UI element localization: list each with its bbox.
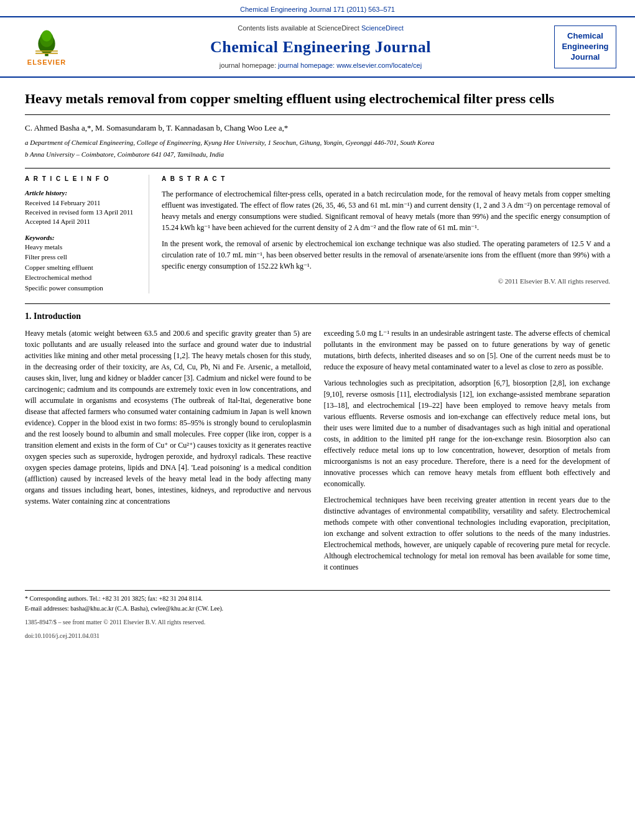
homepage-line: journal homepage: journal homepage: www.… <box>87 61 554 70</box>
sciencedirect-line: Contents lists available at ScienceDirec… <box>87 24 554 33</box>
right-column: A B S T R A C T The performance of elect… <box>162 175 610 293</box>
accepted-date: Accepted 14 April 2011 <box>25 217 139 226</box>
elsevier-brand-text: ELSEVIER <box>27 58 66 67</box>
section1-heading: 1. Introduction <box>25 310 610 323</box>
top-bar: Chemical Engineering Journal 171 (2011) … <box>0 0 635 17</box>
revised-date: Received in revised form 13 April 2011 <box>25 208 139 217</box>
keyword-3: Copper smelting effluent <box>25 263 139 272</box>
keyword-1: Heavy metals <box>25 242 139 252</box>
history-label: Article history: <box>25 188 139 198</box>
doi-line: doi:10.1016/j.cej.2011.04.031 <box>25 632 610 640</box>
journal-center: Contents lists available at ScienceDirec… <box>87 24 554 70</box>
svg-rect-5 <box>35 53 58 54</box>
journal-reference: Chemical Engineering Journal 171 (2011) … <box>240 6 395 13</box>
keyword-4: Electrochemical method <box>25 273 139 282</box>
affiliation-a: a Department of Chemical Engineering, Co… <box>25 137 610 148</box>
copyright-line: © 2011 Elsevier B.V. All rights reserved… <box>162 277 610 286</box>
keyword-5: Specific power consumption <box>25 284 139 293</box>
authors-line: C. Ahmed Basha a,*, M. Somasundaram b, T… <box>25 122 610 134</box>
keywords-label: Keywords: <box>25 233 139 242</box>
article-info-label: A R T I C L E I N F O <box>25 175 139 183</box>
abstract-label: A B S T R A C T <box>162 175 610 183</box>
page-wrapper: Chemical Engineering Journal 171 (2011) … <box>0 0 635 653</box>
footnote-2: E-mail addresses: basha@khu.ac.kr (C.A. … <box>25 604 610 613</box>
body-left-para1: Heavy metals (atomic weight between 63.5… <box>25 328 312 507</box>
body-left-col: Heavy metals (atomic weight between 63.5… <box>25 328 312 578</box>
body-two-col: Heavy metals (atomic weight between 63.5… <box>25 328 610 578</box>
journal-logo-right: ChemicalEngineeringJournal <box>554 25 616 68</box>
article-content: Heavy metals removal from copper smeltin… <box>0 78 635 652</box>
left-column: A R T I C L E I N F O Article history: R… <box>25 175 149 293</box>
body-section: 1. Introduction Heavy metals (atomic wei… <box>25 303 610 578</box>
body-right-para3: Electrochemical techniques have been rec… <box>324 494 611 573</box>
article-footer: * Corresponding authors. Tel.: +82 31 20… <box>25 590 610 640</box>
sciencedirect-link[interactable]: ScienceDirect <box>361 24 404 32</box>
body-right-para1: exceeding 5.0 mg L⁻¹ results in an undes… <box>324 328 611 372</box>
svg-point-3 <box>42 30 52 42</box>
keywords-section: Keywords: Heavy metals Filter press cell… <box>25 233 139 293</box>
received-date: Received 14 February 2011 <box>25 198 139 208</box>
elsevier-logo: ELSEVIER <box>19 27 75 67</box>
article-history: Article history: Received 14 February 20… <box>25 188 139 227</box>
article-info-abstract: A R T I C L E I N F O Article history: R… <box>25 168 610 293</box>
affiliation-b: b Anna University – Coimbatore, Coimbato… <box>25 149 610 160</box>
homepage-link[interactable]: journal homepage: www.elsevier.com/locat… <box>278 62 422 69</box>
svg-rect-4 <box>35 50 58 52</box>
journal-header: ELSEVIER Contents lists available at Sci… <box>0 17 635 78</box>
affiliations: a Department of Chemical Engineering, Co… <box>25 137 610 159</box>
article-title: Heavy metals removal from copper smeltin… <box>25 90 610 115</box>
body-right-para2: Various technologies such as precipitati… <box>324 377 611 489</box>
keyword-2: Filter press cell <box>25 252 139 262</box>
footnote-1: * Corresponding authors. Tel.: +82 31 20… <box>25 594 610 603</box>
abstract-para2: In the present work, the removal of arse… <box>162 238 610 272</box>
body-right-col: exceeding 5.0 mg L⁻¹ results in an undes… <box>324 328 611 578</box>
journal-title: Chemical Engineering Journal <box>87 36 554 58</box>
abstract-para1: The performance of electrochemical filte… <box>162 188 610 233</box>
elsevier-tree-icon <box>28 27 65 58</box>
issn-line: 1385-8947/$ – see front matter © 2011 El… <box>25 618 610 627</box>
